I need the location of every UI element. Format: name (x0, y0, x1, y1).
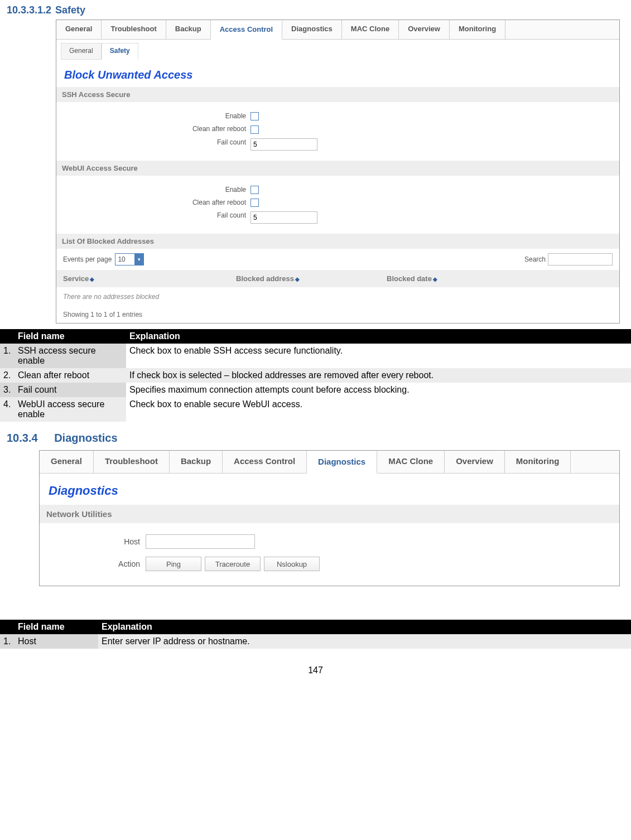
empty-message: There are no addresses blocked (56, 287, 619, 306)
showing-text: Showing 1 to 1 of 1 entries (56, 306, 619, 323)
tab-monitoring[interactable]: Monitoring (505, 451, 571, 473)
web-failcount-label: Fail count (56, 211, 251, 224)
action-label: Action (40, 559, 146, 568)
panel-title: Block Unwanted Access (64, 69, 619, 81)
ssh-failcount-input[interactable] (251, 138, 317, 151)
tab-general[interactable]: General (40, 451, 94, 473)
ssh-clean-checkbox[interactable] (251, 125, 259, 134)
field-table-2: Field name Explanation 1.HostEnter serve… (0, 620, 631, 649)
sort-icon: ◆ (90, 276, 94, 282)
section-heading-diagnostics: 10.3.4 Diagnostics (7, 432, 631, 445)
tab-overview[interactable]: Overview (399, 20, 450, 39)
events-per-page-label: Events per page (63, 255, 112, 263)
col-service[interactable]: Service (63, 274, 89, 283)
th-explanation: Explanation (98, 620, 631, 634)
tab-access-control[interactable]: Access Control (211, 21, 282, 40)
tab-overview[interactable]: Overview (445, 451, 505, 473)
table-row: 1. (0, 634, 15, 649)
section-heading-safety: 10.3.3.1.2 Safety (7, 4, 631, 16)
tab-diagnostics[interactable]: Diagnostics (307, 451, 377, 474)
webui-section-header: WebUI Access Secure (56, 161, 619, 176)
events-per-page-value: 10 (118, 255, 125, 263)
sort-icon: ◆ (295, 276, 300, 282)
tab-diagnostics[interactable]: Diagnostics (282, 20, 342, 39)
traceroute-button[interactable]: Traceroute (205, 557, 261, 571)
subtab-general[interactable]: General (61, 43, 102, 60)
ssh-failcount-label: Fail count (56, 138, 251, 151)
table-row: 3. (0, 383, 15, 397)
host-input[interactable] (146, 534, 255, 549)
tab-general[interactable]: General (56, 20, 102, 39)
sort-icon: ◆ (433, 276, 437, 282)
chevron-down-icon: ▾ (134, 254, 143, 265)
tab-monitoring[interactable]: Monitoring (450, 20, 505, 39)
safety-panel: General Troubleshoot Backup Access Contr… (56, 20, 620, 324)
web-failcount-input[interactable] (251, 211, 317, 224)
table-row: Enter server IP address or hostname. (98, 634, 631, 649)
ssh-enable-label: Enable (56, 112, 251, 120)
ssh-section-header: SSH Access Secure (56, 87, 619, 102)
heading-text: Diagnostics (54, 432, 117, 444)
heading-number: 10.3.4 (7, 432, 38, 444)
tab-backup[interactable]: Backup (166, 20, 211, 39)
page-number: 147 (0, 665, 631, 675)
tab-troubleshoot[interactable]: Troubleshoot (94, 451, 170, 473)
table-row: If check box is selected – blocked addre… (126, 368, 631, 383)
ping-button[interactable]: Ping (146, 557, 201, 571)
network-utilities-header: Network Utilities (40, 505, 619, 523)
table-row: Clean after reboot (15, 368, 126, 383)
tab-access-control[interactable]: Access Control (223, 451, 307, 473)
web-enable-label: Enable (56, 186, 251, 194)
subtab-safety[interactable]: Safety (102, 43, 138, 60)
table-row: Host (15, 634, 98, 649)
table-row: WebUI access secure enable (15, 397, 126, 422)
events-per-page-select[interactable]: 10 ▾ (115, 253, 144, 265)
heading-number: 10.3.3.1.2 (7, 4, 51, 16)
table-row: SSH access secure enable (15, 344, 126, 368)
sub-tabs: General Safety (56, 43, 619, 60)
table-row: 2. (0, 368, 15, 383)
tab-mac-clone[interactable]: MAC Clone (342, 20, 399, 39)
col-blocked-address[interactable]: Blocked address (236, 274, 294, 283)
heading-text: Safety (55, 4, 85, 16)
th-field-name: Field name (15, 620, 98, 634)
host-label: Host (40, 537, 146, 546)
main-tabs-2: General Troubleshoot Backup Access Contr… (40, 451, 619, 474)
th-field-name: Field name (15, 329, 126, 344)
table-row: 4. (0, 397, 15, 422)
web-clean-label: Clean after reboot (56, 199, 251, 207)
table-row: Fail count (15, 383, 126, 397)
main-tabs: General Troubleshoot Backup Access Contr… (56, 20, 619, 40)
blocked-list-header: List Of Blocked Addresses (56, 234, 619, 249)
search-input[interactable] (548, 253, 613, 265)
diagnostics-panel: General Troubleshoot Backup Access Contr… (39, 450, 620, 586)
th-explanation: Explanation (126, 329, 631, 344)
ssh-clean-label: Clean after reboot (56, 125, 251, 133)
tab-backup[interactable]: Backup (170, 451, 223, 473)
ssh-enable-checkbox[interactable] (251, 112, 259, 120)
web-enable-checkbox[interactable] (251, 186, 259, 194)
web-clean-checkbox[interactable] (251, 199, 259, 207)
col-blocked-date[interactable]: Blocked date (387, 274, 432, 283)
table-row: Check box to enable secure WebUI access. (126, 397, 631, 422)
table-row: Specifies maximum connection attempts co… (126, 383, 631, 397)
field-table-1: Field name Explanation 1.SSH access secu… (0, 329, 631, 422)
panel-title-2: Diagnostics (49, 484, 619, 498)
nslookup-button[interactable]: Nslookup (264, 557, 320, 571)
table-row: Check box to enable SSH access secure fu… (126, 344, 631, 368)
tab-troubleshoot[interactable]: Troubleshoot (102, 20, 166, 39)
tab-mac-clone[interactable]: MAC Clone (377, 451, 445, 473)
table-row: 1. (0, 344, 15, 368)
search-label: Search (524, 255, 546, 263)
